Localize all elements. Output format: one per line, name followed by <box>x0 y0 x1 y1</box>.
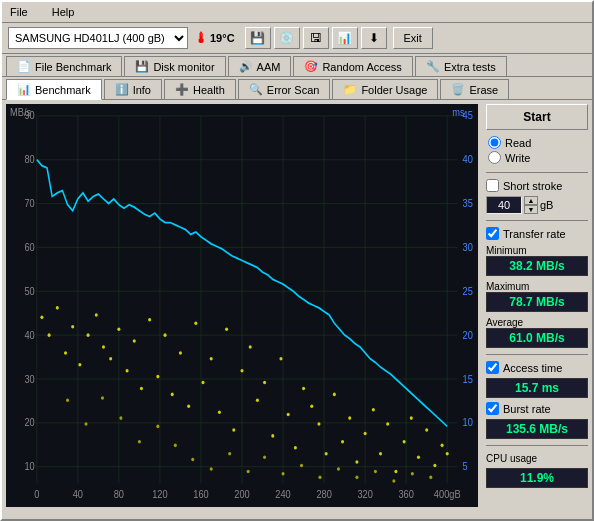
random-access-icon: 🎯 <box>304 60 318 73</box>
access-time-label: Access time <box>503 362 562 374</box>
spin-buttons: ▲ ▼ <box>524 196 538 214</box>
svg-text:5: 5 <box>463 461 469 473</box>
svg-point-101 <box>417 455 420 459</box>
svg-point-67 <box>156 375 159 379</box>
radio-read[interactable] <box>488 136 501 149</box>
svg-point-70 <box>179 351 182 355</box>
tab-extra-tests[interactable]: 🔧 Extra tests <box>415 56 507 76</box>
svg-point-75 <box>218 410 221 414</box>
svg-point-80 <box>256 399 259 403</box>
main-window: File Help SAMSUNG HD401LJ (400 gB) 🌡 19°… <box>0 0 594 521</box>
svg-text:80: 80 <box>114 488 125 500</box>
svg-point-53 <box>48 333 51 337</box>
svg-point-96 <box>379 452 382 456</box>
svg-point-72 <box>194 322 197 326</box>
tab-erase[interactable]: 🗑️ Erase <box>440 79 509 99</box>
divider-3 <box>486 354 588 355</box>
svg-point-95 <box>372 408 375 412</box>
toolbar-btn-2[interactable]: 💿 <box>274 27 300 49</box>
tab-benchmark[interactable]: 📊 Benchmark <box>6 79 102 100</box>
svg-point-126 <box>429 476 432 480</box>
extra-tests-icon: 🔧 <box>426 60 440 73</box>
svg-text:10: 10 <box>463 417 474 429</box>
checkbox-group: Short stroke ▲ ▼ gB <box>486 179 588 214</box>
checkbox-access-time[interactable] <box>486 361 499 374</box>
temperature-display: 🌡 19°C <box>194 30 235 46</box>
tab-aam[interactable]: 🔊 AAM <box>228 56 292 76</box>
tab-disk-monitor[interactable]: 💾 Disk monitor <box>124 56 225 76</box>
svg-point-114 <box>210 467 213 471</box>
tab-file-benchmark[interactable]: 📄 File Benchmark <box>6 56 122 76</box>
download-icon: ⬇ <box>369 31 379 45</box>
radio-write[interactable] <box>488 151 501 164</box>
tab-health[interactable]: ➕ Health <box>164 79 236 99</box>
average-value: 61.0 MB/s <box>486 328 588 348</box>
drive-select[interactable]: SAMSUNG HD401LJ (400 gB) <box>8 27 188 49</box>
svg-text:40: 40 <box>24 329 35 341</box>
svg-text:20: 20 <box>463 329 474 341</box>
start-button[interactable]: Start <box>486 104 588 130</box>
svg-point-66 <box>148 318 151 322</box>
info-icon: ℹ️ <box>115 83 129 96</box>
spin-down[interactable]: ▼ <box>524 205 538 214</box>
tab-random-access[interactable]: 🎯 Random Access <box>293 56 412 76</box>
svg-point-74 <box>210 357 213 361</box>
thermometer-icon: 🌡 <box>194 30 208 46</box>
svg-point-98 <box>394 470 397 474</box>
svg-point-59 <box>95 313 98 317</box>
svg-point-104 <box>441 444 444 448</box>
burst-rate-value: 135.6 MB/s <box>486 419 588 439</box>
toolbar-btn-3[interactable]: 🖫 <box>303 27 329 49</box>
divider-2 <box>486 220 588 221</box>
svg-text:0: 0 <box>34 488 40 500</box>
svg-point-68 <box>164 333 167 337</box>
svg-text:160: 160 <box>193 488 209 500</box>
svg-point-123 <box>374 470 377 474</box>
svg-point-63 <box>126 369 129 373</box>
radio-read-label: Read <box>505 137 531 149</box>
checkbox-short-stroke[interactable] <box>486 179 499 192</box>
svg-point-110 <box>138 440 141 444</box>
svg-text:360: 360 <box>398 488 414 500</box>
svg-point-120 <box>318 476 321 480</box>
tab-info[interactable]: ℹ️ Info <box>104 79 162 99</box>
svg-point-108 <box>101 396 104 400</box>
svg-text:10: 10 <box>24 461 35 473</box>
svg-text:80: 80 <box>24 154 35 166</box>
checkbox-transfer-rate[interactable] <box>486 227 499 240</box>
svg-text:60: 60 <box>24 241 35 253</box>
checkbox-burst-rate[interactable] <box>486 402 499 415</box>
folder-usage-icon: 📁 <box>343 83 357 96</box>
exit-button[interactable]: Exit <box>393 27 433 49</box>
svg-point-58 <box>87 333 90 337</box>
svg-text:40: 40 <box>73 488 84 500</box>
tab-error-scan[interactable]: 🔍 Error Scan <box>238 79 331 99</box>
radio-group: Read Write <box>486 134 588 166</box>
chart-icon: 📊 <box>337 31 352 45</box>
tab-folder-usage[interactable]: 📁 Folder Usage <box>332 79 438 99</box>
svg-point-52 <box>40 316 43 320</box>
benchmark-chart: 90 80 70 60 50 40 30 20 10 MB/s ms 45 40… <box>6 104 478 507</box>
svg-text:240: 240 <box>275 488 291 500</box>
svg-point-81 <box>263 381 266 385</box>
toolbar-btn-5[interactable]: ⬇ <box>361 27 387 49</box>
maximum-value: 78.7 MB/s <box>486 292 588 312</box>
divider-4 <box>486 445 588 446</box>
file-menu[interactable]: File <box>6 4 32 20</box>
svg-point-112 <box>174 444 177 448</box>
svg-text:30: 30 <box>463 241 474 253</box>
cpu-usage-label: CPU usage <box>486 453 588 464</box>
toolbar-btn-4[interactable]: 📊 <box>332 27 358 49</box>
help-menu[interactable]: Help <box>48 4 79 20</box>
svg-point-102 <box>425 428 428 432</box>
short-stroke-label: Short stroke <box>503 180 562 192</box>
svg-point-87 <box>310 404 313 408</box>
svg-point-76 <box>225 327 228 331</box>
svg-point-118 <box>282 472 285 476</box>
spin-up[interactable]: ▲ <box>524 196 538 205</box>
svg-point-92 <box>348 416 351 420</box>
hdd-icon: 💾 <box>250 31 265 45</box>
svg-text:30: 30 <box>24 373 35 385</box>
spin-input[interactable] <box>486 196 522 214</box>
toolbar-btn-1[interactable]: 💾 <box>245 27 271 49</box>
